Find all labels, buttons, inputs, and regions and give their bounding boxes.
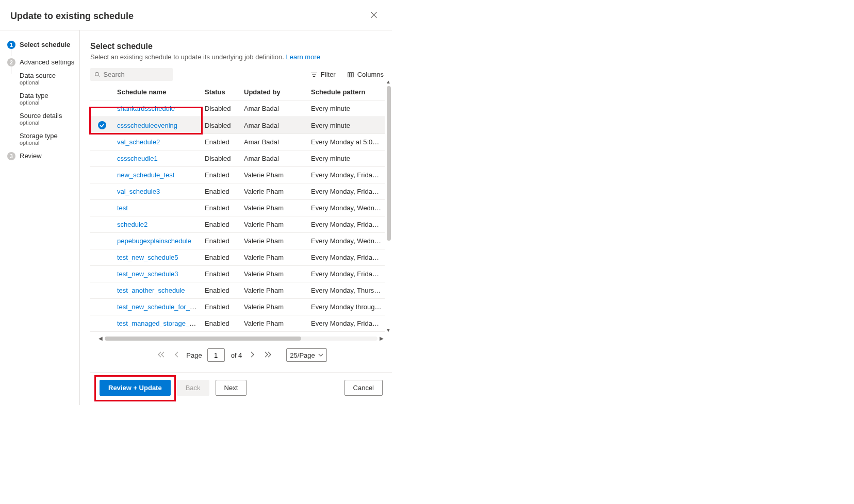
row-checkbox[interactable] [90, 100, 114, 117]
col-status[interactable]: Status [202, 84, 241, 100]
vertical-scrollbar[interactable] [387, 86, 391, 241]
row-checkbox[interactable] [90, 266, 114, 282]
columns-button[interactable]: Columns [347, 71, 384, 78]
horizontal-scrollbar[interactable]: ◀ ▶ [96, 335, 386, 341]
page-number-input[interactable] [207, 348, 225, 362]
cell-pattern: Every day at 12:00 PM (UTC) [308, 332, 385, 333]
cell-status: Enabled [202, 315, 241, 332]
table-row[interactable]: new_schedule_testEnabledValerie PhamEver… [90, 167, 385, 183]
cell-status: Enabled [202, 249, 241, 266]
row-checkbox[interactable] [90, 200, 114, 216]
first-page-button[interactable] [155, 350, 167, 360]
step-label: Review [20, 152, 42, 160]
page-size-select[interactable]: 25/Page [286, 348, 326, 362]
table-row[interactable]: test_new_schedule3EnabledValerie PhamEve… [90, 266, 385, 282]
next-page-button[interactable] [248, 350, 257, 360]
table-row[interactable]: aaaEnabledValerie PhamEvery day at 12:00… [90, 332, 385, 333]
panel-header: Update to existing schedule [0, 0, 392, 30]
table-row[interactable]: test_new_schedule5EnabledValerie PhamEve… [90, 249, 385, 266]
table-row[interactable]: pepebugexplainscheduleEnabledValerie Pha… [90, 233, 385, 249]
schedule-link[interactable]: schedule2 [117, 221, 147, 228]
table-row[interactable]: testEnabledValerie PhamEvery Monday, Wed… [90, 200, 385, 216]
schedule-link[interactable]: test [117, 204, 128, 212]
table-row[interactable]: val_schedule2EnabledAmar BadalEvery Mond… [90, 134, 385, 150]
filter-icon [310, 71, 318, 78]
table-row[interactable]: test_managed_storage_scheduleEnabledVale… [90, 315, 385, 332]
row-checkbox[interactable] [90, 249, 114, 266]
filter-button[interactable]: Filter [310, 71, 336, 78]
row-checkbox[interactable] [90, 134, 114, 150]
substep-label: Source details [20, 112, 79, 120]
schedule-link[interactable]: shankardsschedule [117, 105, 175, 112]
search-box[interactable] [90, 68, 173, 81]
cell-updated-by: Valerie Pham [241, 266, 308, 282]
row-checkbox[interactable] [90, 299, 114, 315]
chevron-down-icon [318, 352, 323, 358]
row-checkbox[interactable] [90, 315, 114, 332]
schedule-link[interactable]: val_schedule2 [117, 138, 160, 146]
schedule-link[interactable]: test_another_schedule [117, 287, 185, 294]
schedule-link[interactable]: new_schedule_test [117, 171, 174, 179]
wizard-substep[interactable]: Storage typeoptional [20, 132, 79, 146]
row-checkbox[interactable] [90, 332, 114, 333]
cell-schedule-name: schedule2 [114, 216, 202, 233]
col-schedule-pattern[interactable]: Schedule pattern [308, 84, 385, 100]
cell-status: Enabled [202, 134, 241, 150]
table-row[interactable]: shankardsscheduleDisabledAmar BadalEvery… [90, 100, 385, 117]
wizard-substep[interactable]: Data typeoptional [20, 92, 79, 106]
table-row[interactable]: schedule2EnabledValerie PhamEvery Monday… [90, 216, 385, 233]
row-checkbox[interactable] [90, 183, 114, 200]
schedule-link[interactable]: cssscheudle1 [117, 155, 158, 162]
schedule-link[interactable]: test_new_schedule_for_manage… [117, 303, 202, 311]
scroll-left-arrow[interactable]: ◀ [96, 335, 105, 341]
next-button[interactable]: Next [216, 380, 247, 396]
cell-schedule-name: cssscheduleevening [114, 117, 202, 134]
last-page-button[interactable] [262, 350, 274, 360]
learn-more-link[interactable]: Learn more [286, 53, 320, 61]
close-button[interactable] [366, 9, 382, 23]
row-checkbox[interactable] [90, 167, 114, 183]
scroll-down-arrow[interactable]: ▼ [386, 327, 391, 352]
schedule-link[interactable]: test_managed_storage_schedule [117, 320, 202, 327]
update-schedule-panel: Update to existing schedule 1 Select sch… [0, 0, 392, 405]
cell-schedule-name: test_another_schedule [114, 282, 202, 299]
table-row[interactable]: test_new_schedule_for_manage…EnabledVale… [90, 299, 385, 315]
table-row[interactable]: val_schedule3EnabledValerie PhamEvery Mo… [90, 183, 385, 200]
schedule-link[interactable]: pepebugexplainschedule [117, 237, 191, 245]
svg-point-0 [95, 72, 98, 76]
row-checkbox[interactable] [90, 150, 114, 167]
schedule-link[interactable]: test_new_schedule3 [117, 270, 178, 278]
schedule-link[interactable]: cssscheduleevening [117, 122, 177, 129]
cell-updated-by: Amar Badal [241, 100, 308, 117]
col-updated-by[interactable]: Updated by [241, 84, 308, 100]
schedule-link[interactable]: test_new_schedule5 [117, 254, 178, 261]
schedule-link[interactable]: val_schedule3 [117, 188, 160, 195]
review-update-button[interactable]: Review + Update [100, 380, 171, 396]
scroll-up-arrow[interactable]: ▲ [386, 79, 391, 85]
cell-status: Enabled [202, 332, 241, 333]
prev-page-button[interactable] [172, 350, 181, 360]
search-icon [94, 71, 100, 78]
row-checkbox[interactable] [90, 117, 114, 134]
table-row[interactable]: cssscheduleeveningDisabledAmar BadalEver… [90, 117, 385, 134]
back-button[interactable]: Back [177, 380, 209, 396]
wizard-substep[interactable]: Source detailsoptional [20, 112, 79, 126]
step-number-icon: 2 [7, 58, 15, 66]
cell-schedule-name: test [114, 200, 202, 216]
cell-schedule-name: val_schedule3 [114, 183, 202, 200]
row-checkbox[interactable] [90, 282, 114, 299]
cell-updated-by: Valerie Pham [241, 216, 308, 233]
cancel-button[interactable]: Cancel [344, 380, 383, 396]
wizard-step-advanced-settings[interactable]: 2 Advanced settings [7, 58, 79, 66]
table-row[interactable]: cssscheudle1DisabledAmar BadalEvery minu… [90, 150, 385, 167]
wizard-substep[interactable]: Data sourceoptional [20, 72, 79, 86]
search-input[interactable] [103, 71, 169, 78]
wizard-step-select-schedule[interactable]: 1 Select schedule [7, 41, 79, 49]
wizard-step-review[interactable]: 3 Review [7, 152, 79, 160]
col-schedule-name[interactable]: Schedule name [114, 84, 202, 100]
cell-updated-by: Valerie Pham [241, 167, 308, 183]
row-checkbox[interactable] [90, 216, 114, 233]
table-row[interactable]: test_another_scheduleEnabledValerie Pham… [90, 282, 385, 299]
scroll-right-arrow[interactable]: ▶ [377, 335, 386, 341]
row-checkbox[interactable] [90, 233, 114, 249]
